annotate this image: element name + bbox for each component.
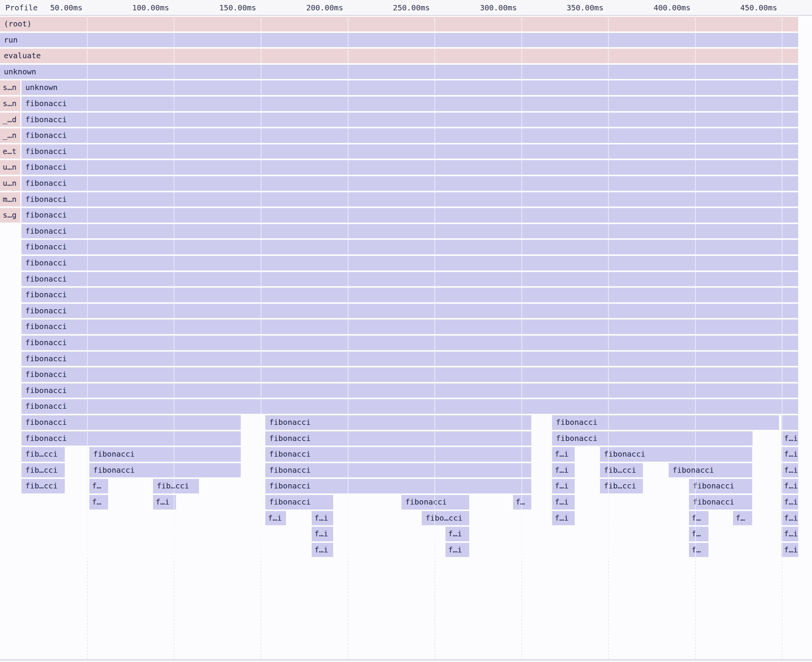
- flame-frame[interactable]: fibonacci: [21, 352, 798, 366]
- flame-frame[interactable]: fibonacci: [21, 367, 798, 382]
- flame-frame[interactable]: evaluate: [0, 49, 798, 63]
- flame-frame[interactable]: fibonacci: [552, 415, 779, 430]
- flame-frame[interactable]: e…t: [0, 144, 20, 159]
- flame-frame[interactable]: f…i: [552, 495, 575, 510]
- flame-frame-label: f…i: [314, 529, 328, 538]
- flame-frame[interactable]: fibonacci: [21, 383, 798, 398]
- flame-frame[interactable]: fib…cci: [600, 479, 643, 493]
- flame-frame[interactable]: fibonacci: [21, 97, 798, 111]
- flame-frame[interactable]: fib…cci: [600, 463, 643, 478]
- flame-frame-label: fibonacci: [25, 354, 67, 363]
- flame-frame[interactable]: f…: [513, 495, 531, 510]
- flame-frame[interactable]: fibonacci: [265, 463, 531, 478]
- flame-frame[interactable]: fibonacci: [21, 272, 798, 287]
- flame-frame[interactable]: f…i: [781, 511, 798, 526]
- flame-frame[interactable]: f…i: [781, 479, 798, 493]
- flame-frame[interactable]: fibonacci: [401, 495, 469, 510]
- flame-frame[interactable]: fibonacci: [21, 160, 798, 175]
- flame-frame[interactable]: fibonacci: [689, 495, 752, 510]
- flame-frame[interactable]: fibonacci: [21, 415, 241, 430]
- flame-frame[interactable]: fibonacci: [89, 447, 241, 462]
- flame-frame[interactable]: fibonacci: [21, 176, 798, 191]
- flame-frame[interactable]: fibonacci: [265, 495, 333, 510]
- flame-frame[interactable]: run: [0, 33, 798, 48]
- time-tick-label: 50.00ms: [50, 3, 82, 12]
- flame-frame[interactable]: fibonacci: [21, 144, 798, 159]
- flame-frame[interactable]: fibonacci: [689, 479, 752, 493]
- flame-frame[interactable]: fibonacci: [21, 288, 798, 302]
- flame-frame[interactable]: f…i: [781, 463, 798, 478]
- flame-frame[interactable]: fibonacci: [265, 431, 531, 446]
- flame-frame-label: _…d: [3, 115, 16, 124]
- flame-frame[interactable]: fibonacci: [265, 415, 531, 430]
- flame-frame[interactable]: f…: [89, 495, 108, 510]
- flame-frame[interactable]: fibonacci: [21, 336, 798, 350]
- flame-frame[interactable]: fibonacci: [21, 128, 798, 143]
- flame-frame[interactable]: f…: [733, 511, 752, 526]
- flame-frame[interactable]: fibonacci: [265, 479, 531, 493]
- flame-frame-label: f…i: [448, 529, 462, 538]
- flame-frame[interactable]: fibonacci: [552, 431, 753, 446]
- flame-frame[interactable]: s…n: [0, 80, 20, 95]
- flame-frame[interactable]: fibonacci: [21, 208, 798, 223]
- time-tick-label: 150.00ms: [219, 3, 256, 12]
- flame-frame[interactable]: f…i: [312, 543, 333, 557]
- flame-frame[interactable]: unknown: [0, 65, 798, 79]
- flame-frame[interactable]: fibonacci: [21, 256, 798, 270]
- flame-frame-label: f…i: [784, 434, 798, 443]
- flame-frame[interactable]: f…i: [153, 495, 176, 510]
- flame-frame[interactable]: u…n: [0, 176, 20, 191]
- flame-frame[interactable]: f…i: [781, 447, 798, 462]
- flame-frame[interactable]: _…n: [0, 128, 20, 143]
- flame-frame[interactable]: f…i: [781, 495, 798, 510]
- flame-frame[interactable]: _…d: [0, 113, 20, 127]
- flame-frame[interactable]: fibonacci: [21, 399, 798, 414]
- flame-frame[interactable]: f…: [689, 527, 708, 541]
- flame-frame[interactable]: fibonacci: [21, 240, 798, 254]
- flame-frame[interactable]: f…: [689, 511, 708, 526]
- flame-frame[interactable]: fibonacci: [21, 304, 798, 318]
- flame-frame[interactable]: m…n: [0, 192, 20, 207]
- flame-frame[interactable]: f…i: [265, 511, 286, 526]
- flame-frame[interactable]: fib…cci: [21, 447, 65, 462]
- flame-frame[interactable]: fibonacci: [21, 192, 798, 207]
- flame-frame[interactable]: f…i: [552, 447, 575, 462]
- flame-frame[interactable]: f…i: [552, 479, 575, 493]
- flame-frame-label: f…i: [555, 465, 569, 475]
- flame-frame[interactable]: f…i: [781, 543, 798, 557]
- flame-frame-label: fib…cci: [25, 449, 58, 459]
- flame-frame[interactable]: f…i: [781, 431, 798, 446]
- flame-frame-label: f…i: [448, 545, 462, 554]
- flame-frame[interactable]: fibonacci: [89, 463, 241, 478]
- flame-frame[interactable]: fib…cci: [21, 479, 65, 493]
- flame-frame[interactable]: f…i: [552, 463, 575, 478]
- flame-frame[interactable]: fibonacci: [21, 113, 798, 127]
- flame-frame[interactable]: (root): [0, 17, 798, 31]
- flame-frame[interactable]: f…: [689, 543, 708, 557]
- flame-frame[interactable]: fibo…cci: [422, 511, 469, 526]
- flame-frame[interactable]: fibonacci: [21, 320, 798, 334]
- flame-frame[interactable]: f…i: [781, 527, 798, 541]
- flame-frame[interactable]: f…i: [445, 527, 469, 541]
- flame-frame[interactable]: fibonacci: [265, 447, 531, 462]
- flame-frame[interactable]: u…n: [0, 160, 20, 175]
- flame-frame[interactable]: [781, 415, 798, 430]
- flame-frame[interactable]: f…: [89, 479, 108, 493]
- flame-frame-label: fibonacci: [93, 465, 135, 475]
- flame-frame[interactable]: f…i: [312, 511, 333, 526]
- flame-frame[interactable]: s…n: [0, 97, 20, 111]
- flame-frame[interactable]: unknown: [21, 80, 798, 95]
- flame-frame[interactable]: f…i: [445, 543, 469, 557]
- flame-frame[interactable]: fib…cci: [21, 463, 65, 478]
- flame-frame[interactable]: s…g: [0, 208, 20, 223]
- flame-frame-label: fibonacci: [693, 497, 734, 506]
- flame-frame[interactable]: f…i: [312, 527, 333, 541]
- flame-frame[interactable]: fibonacci: [21, 431, 241, 446]
- flame-frame-label: f…i: [555, 513, 569, 523]
- flame-frame[interactable]: fibonacci: [21, 224, 798, 239]
- flame-frame[interactable]: fibonacci: [669, 463, 752, 478]
- flame-frame[interactable]: fibonacci: [600, 447, 752, 462]
- flame-frame-label: fibonacci: [269, 481, 311, 490]
- flame-frame[interactable]: fib…cci: [153, 479, 199, 493]
- flame-frame[interactable]: f…i: [552, 511, 575, 526]
